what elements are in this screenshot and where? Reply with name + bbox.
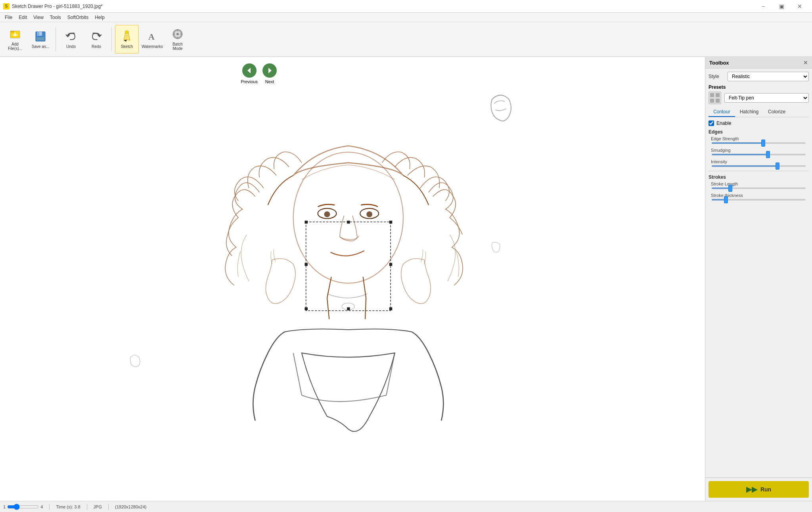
- tab-contour[interactable]: Contour: [709, 107, 735, 117]
- edge-strength-track: [712, 142, 806, 144]
- presets-icon: [709, 92, 721, 104]
- zoom-max: 4: [40, 504, 43, 509]
- next-button[interactable]: [262, 63, 277, 78]
- status-sep-3: [108, 504, 109, 510]
- svg-rect-31: [304, 263, 307, 266]
- toolbox-panel: Toolbox ✕ Style Realistic Pencil Charcoa…: [705, 57, 812, 501]
- style-label: Style: [709, 74, 724, 79]
- toolbox-close-button[interactable]: ✕: [803, 59, 808, 66]
- toolbox-content: Style Realistic Pencil Charcoal Ink Pres…: [705, 69, 812, 478]
- run-icon: ▶▶: [746, 485, 757, 494]
- maximize-button[interactable]: ▣: [772, 0, 791, 13]
- batch-icon: [171, 28, 184, 40]
- sketch-canvas[interactable]: [0, 57, 705, 501]
- prev-label: Previous: [241, 79, 258, 84]
- svg-rect-36: [710, 93, 714, 97]
- watermarks-button[interactable]: A Watermarks: [140, 25, 164, 53]
- svg-rect-20: [124, 57, 581, 501]
- edge-strength-thumb[interactable]: [761, 139, 765, 147]
- next-nav[interactable]: Next: [262, 63, 277, 84]
- presets-section: Presets Felt-Tip pen Pencil Charcoal: [709, 84, 809, 104]
- canvas-area[interactable]: Previous Next: [0, 57, 705, 501]
- svg-rect-28: [304, 221, 307, 224]
- svg-marker-18: [247, 68, 251, 73]
- watermarks-icon: A: [146, 30, 159, 43]
- tab-colorize[interactable]: Colorize: [763, 107, 790, 117]
- status-sep-1: [49, 504, 50, 510]
- svg-rect-33: [304, 307, 307, 310]
- stroke-thickness-thumb[interactable]: [724, 196, 728, 203]
- svg-rect-1: [10, 31, 14, 32]
- toolbox-title: Toolbox: [709, 60, 729, 66]
- sketch-button[interactable]: Sketch: [115, 25, 139, 53]
- menu-edit[interactable]: Edit: [15, 14, 30, 21]
- undo-button[interactable]: Undo: [59, 25, 83, 53]
- smudging-label: Smudging: [711, 148, 809, 153]
- style-select[interactable]: Realistic Pencil Charcoal Ink: [728, 72, 809, 81]
- add-files-button[interactable]: Add File(s)...: [3, 25, 27, 53]
- divider: [709, 171, 809, 171]
- svg-rect-7: [36, 37, 44, 40]
- svg-rect-6: [38, 32, 39, 35]
- batch-mode-label: Batch Mode: [168, 42, 188, 51]
- style-row: Style Realistic Pencil Charcoal Ink: [709, 72, 809, 81]
- window-controls: − ▣ ✕: [754, 0, 809, 13]
- run-label: Run: [760, 486, 771, 493]
- intensity-label: Intensity: [711, 159, 809, 164]
- status-dimensions: (1920x1280x24): [115, 504, 147, 509]
- redo-label: Redo: [92, 44, 101, 49]
- svg-rect-35: [389, 307, 392, 310]
- prev-nav[interactable]: Previous: [241, 63, 258, 84]
- sketch-label: Sketch: [121, 44, 133, 49]
- zoom-min: 1: [3, 504, 6, 509]
- smudging-track: [712, 154, 806, 155]
- status-sep-2: [87, 504, 87, 510]
- prev-button[interactable]: [242, 63, 257, 78]
- svg-marker-19: [268, 68, 272, 73]
- save-as-button[interactable]: Save as...: [29, 25, 52, 53]
- strokes-section-title: Strokes: [709, 174, 809, 180]
- zoom-slider[interactable]: [7, 504, 39, 510]
- menu-view[interactable]: View: [30, 14, 47, 21]
- intensity-row: Intensity: [709, 159, 809, 167]
- menu-bar: File Edit View Tools SoftOrbits Help: [0, 13, 812, 22]
- intensity-track: [712, 165, 806, 167]
- menu-tools[interactable]: Tools: [47, 14, 64, 21]
- intensity-thumb[interactable]: [776, 162, 779, 170]
- stroke-length-fill: [712, 187, 730, 189]
- status-time: Time (s): 3.8: [56, 504, 80, 509]
- batch-mode-button[interactable]: Batch Mode: [166, 25, 190, 53]
- time-label: Time (s): 3.8: [56, 504, 80, 509]
- edge-strength-label: Edge Strength: [711, 136, 809, 141]
- menu-softorbits[interactable]: SoftOrbits: [64, 14, 92, 21]
- presets-select[interactable]: Felt-Tip pen Pencil Charcoal: [724, 93, 809, 103]
- stroke-length-track: [712, 187, 806, 189]
- menu-help[interactable]: Help: [92, 14, 108, 21]
- close-button[interactable]: ✕: [791, 0, 809, 13]
- stroke-length-label: Stroke Length: [711, 181, 809, 186]
- svg-rect-32: [389, 263, 392, 266]
- toolbar-sep-2: [111, 27, 112, 51]
- stroke-length-thumb[interactable]: [728, 185, 732, 192]
- smudging-row: Smudging: [709, 148, 809, 155]
- minimize-button[interactable]: −: [754, 0, 772, 13]
- enable-checkbox[interactable]: [709, 120, 714, 126]
- menu-file[interactable]: File: [2, 14, 15, 21]
- next-label: Next: [265, 79, 274, 84]
- format-label: JPG: [94, 504, 102, 509]
- run-button[interactable]: ▶▶ Run: [709, 481, 809, 498]
- run-btn-area: ▶▶ Run: [705, 478, 812, 501]
- window-title: Sketch Drawer Pro - girl-511883_1920.jpg…: [12, 4, 103, 9]
- edge-strength-row: Edge Strength: [709, 136, 809, 144]
- add-files-icon: [9, 28, 21, 40]
- status-format: JPG: [94, 504, 102, 509]
- zoom-control: 1 4: [3, 504, 43, 510]
- redo-button[interactable]: Redo: [84, 25, 108, 53]
- edges-section-title: Edges: [709, 129, 809, 135]
- svg-text:A: A: [148, 32, 155, 42]
- presets-row: Felt-Tip pen Pencil Charcoal: [709, 92, 809, 104]
- tab-hatching[interactable]: Hatching: [735, 107, 763, 117]
- status-bar: 1 4 Time (s): 3.8 JPG (1920x1280x24): [0, 501, 812, 512]
- sketch-icon: [121, 30, 133, 43]
- smudging-thumb[interactable]: [766, 151, 770, 158]
